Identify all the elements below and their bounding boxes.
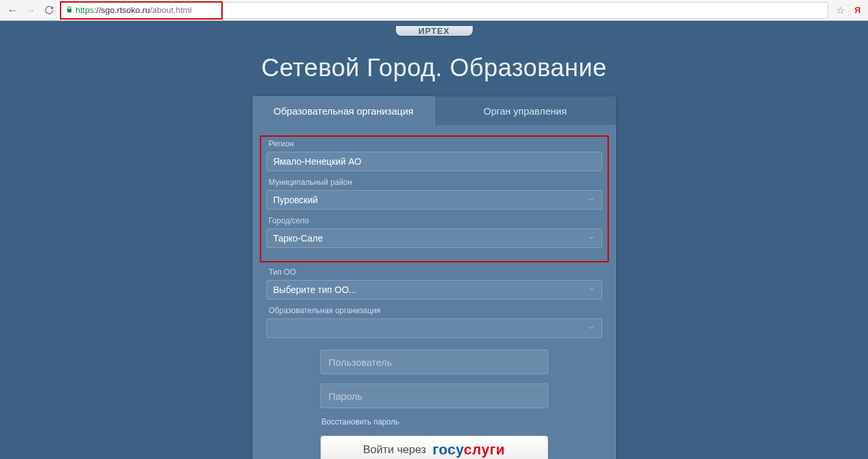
chevron-down-icon	[587, 233, 595, 243]
browser-toolbar: ← → https://sgo.rtsoko.ru/about.html ☆ Я	[0, 0, 868, 21]
page-content: ИРТЕХ Сетевой Город. Образование Образов…	[0, 21, 868, 459]
type-value: Выберите тип ОО...	[273, 285, 357, 295]
yandex-extension-icon[interactable]: Я	[852, 5, 863, 16]
type-label: Тип ОО	[269, 268, 602, 277]
field-region: Регион Ямало-Ненецкий АО	[266, 139, 602, 171]
district-label: Муниципальный район	[269, 178, 602, 187]
field-district: Муниципальный район Пуровский	[266, 178, 602, 210]
login-block: Пользователь Пароль Восстановить пароль …	[320, 350, 548, 459]
login-panel: Образовательная организация Орган управл…	[253, 96, 616, 459]
gosuslugi-logo: госуслуги	[432, 441, 505, 458]
tab-government[interactable]: Орган управления	[435, 96, 616, 125]
lock-icon	[66, 6, 73, 15]
tab-organization-label: Образовательная организация	[273, 105, 413, 117]
chevron-down-icon	[587, 285, 595, 295]
district-select[interactable]: Пуровский	[266, 190, 602, 210]
annotation-highlight-fields: Регион Ямало-Ненецкий АО Муниципальный р…	[260, 135, 609, 262]
city-select[interactable]: Тарко-Сале	[266, 229, 602, 248]
tab-government-label: Орган управления	[484, 105, 567, 117]
tab-bar: Образовательная организация Орган управл…	[253, 96, 616, 125]
back-button[interactable]: ←	[5, 3, 20, 18]
logo-text: ИРТЕХ	[418, 26, 449, 36]
type-select[interactable]: Выберите тип ОО...	[266, 280, 602, 299]
district-value: Пуровский	[273, 195, 318, 205]
region-value: Ямало-Ненецкий АО	[273, 156, 361, 167]
username-input[interactable]: Пользователь	[320, 350, 548, 374]
tab-body: Регион Ямало-Ненецкий АО Муниципальный р…	[253, 125, 616, 459]
url-bar[interactable]: https://sgo.rtsoko.ru/about.html	[60, 2, 828, 19]
reload-button[interactable]	[42, 3, 56, 18]
url-text: https://sgo.rtsoko.ru/about.html	[76, 5, 192, 15]
page-title: Сетевой Город. Образование	[261, 54, 607, 82]
username-placeholder: Пользователь	[329, 357, 392, 368]
password-placeholder: Пароль	[329, 391, 363, 402]
logo-badge: ИРТЕХ	[396, 26, 473, 36]
field-type: Тип ОО Выберите тип ОО...	[266, 268, 602, 299]
password-input[interactable]: Пароль	[320, 383, 548, 408]
restore-password-link[interactable]: Восстановить пароль	[322, 417, 548, 426]
bookmark-icon[interactable]: ☆	[836, 5, 845, 16]
gosuslugi-prefix: Войти через	[363, 443, 426, 456]
gosuslugi-login-button[interactable]: Войти через госуслуги	[320, 436, 548, 459]
tab-organization[interactable]: Образовательная организация	[253, 96, 435, 125]
org-select[interactable]	[266, 318, 602, 338]
chevron-down-icon	[587, 323, 595, 333]
field-city: Город/село Тарко-Сале	[266, 216, 602, 248]
city-label: Город/село	[269, 216, 602, 225]
forward-button[interactable]: →	[23, 3, 38, 18]
region-select[interactable]: Ямало-Ненецкий АО	[266, 152, 602, 171]
chevron-down-icon	[587, 195, 595, 205]
org-label: Образовательная организация	[269, 306, 602, 315]
field-org: Образовательная организация	[266, 306, 602, 338]
region-label: Регион	[269, 139, 602, 148]
city-value: Тарко-Сале	[273, 233, 323, 243]
